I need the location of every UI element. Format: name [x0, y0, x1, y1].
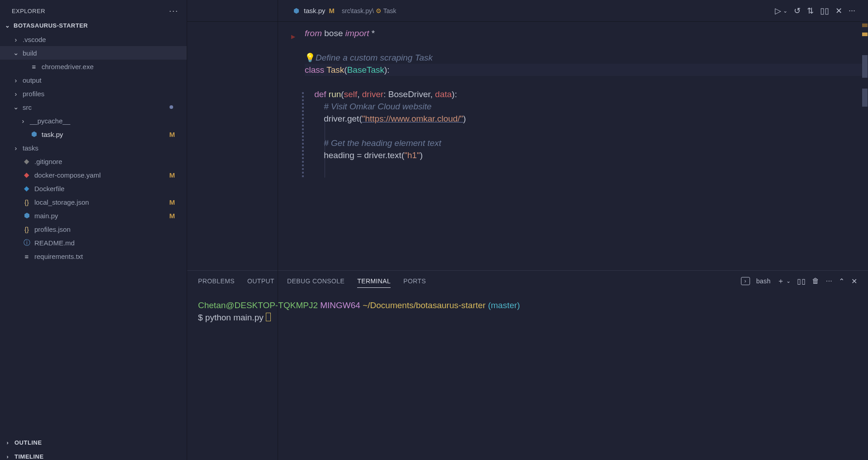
minimap[interactable]	[860, 22, 868, 270]
item-label: main.py	[34, 212, 183, 220]
panel-tab-ports[interactable]: PORTS	[403, 275, 426, 287]
folder-src[interactable]: src	[0, 100, 187, 114]
kill-terminal-icon[interactable]: 🗑	[812, 277, 819, 285]
terminal-profile-name[interactable]: bash	[756, 277, 771, 285]
file-docker-compose.yaml[interactable]: ◆docker-compose.yamlM	[0, 168, 187, 182]
close-icon[interactable]: ✕	[835, 6, 842, 16]
history-icon[interactable]: ↺	[794, 6, 801, 16]
file-.gitignore[interactable]: ◆.gitignore	[0, 155, 187, 168]
panel-tab-debug[interactable]: DEBUG CONSOLE	[287, 275, 344, 287]
cursor-icon	[266, 313, 271, 321]
dirty-dot-icon	[170, 105, 173, 109]
file-task.py[interactable]: ⬢task.pyM	[0, 127, 187, 141]
py-icon: ⬢	[23, 211, 31, 220]
explorer-sidebar: EXPLORER ··· BOTASAURUS-STARTER .vscodeb…	[0, 0, 187, 460]
bottom-panel: PROBLEMS OUTPUT DEBUG CONSOLE TERMINAL P…	[187, 270, 868, 460]
editor[interactable]: ▶ from bose import * 💡Define a custom sc…	[187, 22, 868, 270]
folder-output[interactable]: output	[0, 73, 187, 87]
item-label: requirements.txt	[34, 253, 183, 260]
tab-taskpy[interactable]: ⬢ task.py M	[287, 0, 340, 21]
terminal-chevron-icon[interactable]: ⌄	[786, 278, 791, 284]
file-main.py[interactable]: ⬢main.pyM	[0, 209, 187, 222]
folder-build[interactable]: build	[0, 46, 187, 60]
folder-.vscode[interactable]: .vscode	[0, 33, 187, 46]
more-icon[interactable]: ···	[849, 6, 855, 15]
modified-badge: M	[170, 212, 175, 220]
item-label: README.md	[34, 239, 183, 247]
class-icon: ⚙	[376, 7, 382, 14]
timeline-section[interactable]: TIMELINE	[0, 450, 187, 460]
file-tree: .vscodebuild≡chromedriver.exeoutputprofi…	[0, 33, 187, 263]
item-label: profiles	[23, 90, 183, 98]
panel-tab-problems[interactable]: PROBLEMS	[198, 275, 235, 287]
panel-tab-terminal[interactable]: TERMINAL	[357, 275, 391, 288]
modified-badge: M	[170, 198, 175, 206]
docker-icon: ◆	[23, 184, 31, 192]
panel-tabs: PROBLEMS OUTPUT DEBUG CONSOLE TERMINAL P…	[187, 271, 868, 291]
item-label: output	[23, 76, 183, 84]
explorer-title: EXPLORER	[12, 8, 45, 14]
chevron-down-icon	[13, 49, 19, 57]
chevron-down-icon	[13, 103, 19, 111]
chevron-right-icon	[13, 90, 19, 98]
breakpoint-icon[interactable]: ▶	[291, 31, 295, 43]
python-icon: ⬢	[292, 7, 300, 15]
yaml-icon: ◆	[23, 171, 31, 179]
folder-profiles[interactable]: profiles	[0, 87, 187, 100]
json-icon: {}	[23, 198, 31, 206]
panel-maximize-icon[interactable]: ⌃	[839, 277, 844, 286]
chevron-right-icon	[20, 117, 26, 125]
file-profiles.json[interactable]: {}profiles.json	[0, 222, 187, 236]
breadcrumb[interactable]: src\task.py\ ⚙ Task	[342, 7, 396, 14]
explorer-more-icon[interactable]: ···	[169, 6, 179, 16]
tab-filename: task.py	[304, 7, 326, 14]
panel-close-icon[interactable]: ✕	[851, 277, 857, 286]
chevron-right-icon	[5, 439, 11, 446]
outline-section[interactable]: OUTLINE	[0, 436, 187, 450]
tab-bar: ⬢ task.py M src\task.py\ ⚙ Task ▷ ⌄ ↺ ⇅ …	[187, 0, 868, 22]
item-label: local_storage.json	[34, 198, 183, 206]
run-icon[interactable]: ▷	[775, 6, 781, 16]
py-icon: ⬢	[30, 130, 38, 138]
git-icon: ◆	[23, 157, 31, 165]
lightbulb-icon[interactable]: 💡	[305, 53, 316, 62]
txt-icon: ≡	[23, 252, 31, 260]
file-README.md[interactable]: ⓘREADME.md	[0, 236, 187, 249]
editor-pane: ⬢ task.py M src\task.py\ ⚙ Task ▷ ⌄ ↺ ⇅ …	[187, 0, 868, 460]
modified-badge: M	[170, 131, 175, 138]
explorer-root-label: BOTASAURUS-STARTER	[14, 22, 88, 29]
split-editor-icon[interactable]: ▯▯	[820, 6, 829, 16]
split-terminal-icon[interactable]: ▯▯	[797, 277, 806, 286]
panel-tab-output[interactable]: OUTPUT	[247, 275, 274, 287]
md-icon: ⓘ	[23, 239, 31, 247]
item-label: .gitignore	[34, 158, 183, 165]
folder-__pycache__[interactable]: __pycache__	[0, 114, 187, 127]
item-label: src	[23, 103, 183, 111]
panel-more-icon[interactable]: ···	[826, 277, 833, 285]
chevron-down-icon	[5, 22, 11, 29]
item-label: Dockerfile	[34, 185, 183, 192]
item-label: docker-compose.yaml	[34, 171, 183, 179]
file-chromedriver.exe[interactable]: ≡chromedriver.exe	[0, 60, 187, 73]
item-label: profiles.json	[34, 225, 183, 233]
chevron-right-icon	[13, 36, 19, 43]
explorer-header: EXPLORER ···	[0, 0, 187, 19]
file-Dockerfile[interactable]: ◆Dockerfile	[0, 182, 187, 195]
folder-tasks[interactable]: tasks	[0, 141, 187, 155]
run-chevron-icon[interactable]: ⌄	[783, 8, 788, 14]
chevron-right-icon	[5, 453, 11, 460]
explorer-root[interactable]: BOTASAURUS-STARTER	[0, 19, 187, 33]
compare-icon[interactable]: ⇅	[807, 6, 814, 16]
item-label: task.py	[42, 131, 183, 138]
chevron-right-icon	[13, 144, 19, 152]
item-label: .vscode	[23, 36, 183, 43]
file-local_storage.json[interactable]: {}local_storage.jsonM	[0, 195, 187, 209]
new-terminal-icon[interactable]: ＋	[777, 277, 784, 286]
tab-modified-badge: M	[329, 7, 335, 14]
terminal-profile-icon[interactable]: ›	[741, 277, 750, 285]
item-label: chromedriver.exe	[42, 63, 183, 70]
item-label: __pycache__	[30, 117, 183, 125]
file-requirements.txt[interactable]: ≡requirements.txt	[0, 249, 187, 263]
tab-actions: ▷ ⌄ ↺ ⇅ ▯▯ ✕ ···	[775, 6, 868, 16]
terminal[interactable]: Chetan@DESKTOP-TQKMPJ2 MINGW64 ~/Documen…	[187, 291, 868, 460]
